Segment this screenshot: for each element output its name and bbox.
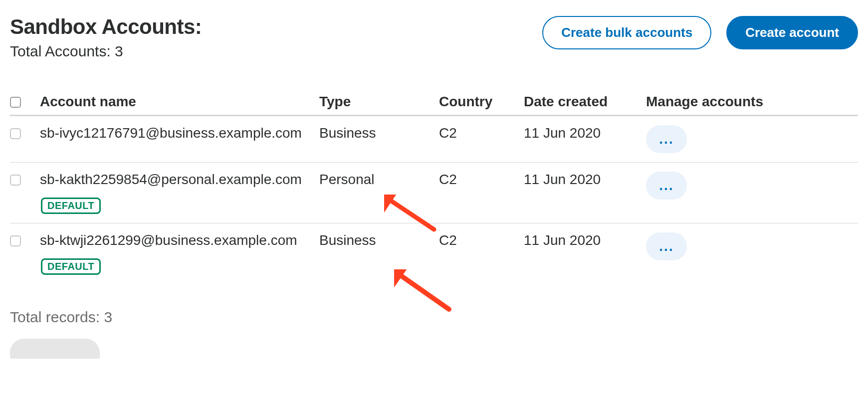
account-date-created: 11 Jun 2020: [524, 232, 646, 248]
header-actions: Create bulk accounts Create account: [542, 16, 858, 49]
page-title: Sandbox Accounts:: [10, 15, 202, 39]
col-manage-accounts: Manage accounts: [646, 94, 858, 110]
row-checkbox[interactable]: [10, 128, 21, 139]
account-country: C2: [439, 172, 524, 188]
create-account-button[interactable]: Create account: [726, 16, 858, 49]
total-accounts: Total Accounts: 3: [10, 43, 202, 60]
row-checkbox[interactable]: [10, 235, 21, 246]
account-type: Personal: [319, 172, 439, 188]
account-name: sb-ktwji2261299@business.example.com: [40, 232, 304, 248]
table-row: sb-ivyc12176791@business.example.com Bus…: [10, 116, 858, 163]
account-date-created: 11 Jun 2020: [524, 125, 646, 141]
account-type: Business: [319, 232, 439, 248]
col-account-name: Account name: [40, 94, 319, 110]
account-name: sb-kakth2259854@personal.example.com: [40, 172, 304, 188]
manage-account-button[interactable]: [646, 172, 687, 200]
account-date-created: 11 Jun 2020: [524, 172, 646, 188]
select-all-checkbox[interactable]: [10, 97, 21, 108]
col-type: Type: [319, 94, 439, 110]
create-bulk-accounts-button[interactable]: Create bulk accounts: [542, 16, 711, 49]
table-head: Account name Type Country Date created M…: [10, 94, 858, 116]
total-records: Total records: 3: [10, 309, 858, 326]
account-name: sb-ivyc12176791@business.example.com: [40, 125, 304, 141]
col-date-created: Date created: [524, 94, 646, 110]
default-badge: DEFAULT: [41, 198, 101, 214]
row-checkbox[interactable]: [10, 175, 21, 186]
default-badge: DEFAULT: [41, 258, 101, 275]
account-type: Business: [319, 125, 439, 141]
header-left: Sandbox Accounts: Total Accounts: 3: [10, 15, 202, 60]
manage-account-button[interactable]: [646, 232, 687, 260]
col-country: Country: [439, 94, 524, 110]
page: Sandbox Accounts: Total Accounts: 3 Crea…: [0, 0, 868, 359]
account-country: C2: [439, 232, 524, 248]
table-row: sb-kakth2259854@personal.example.com DEF…: [10, 163, 858, 223]
pagination-placeholder: [10, 339, 100, 359]
header: Sandbox Accounts: Total Accounts: 3 Crea…: [10, 15, 858, 60]
manage-account-button[interactable]: [646, 125, 687, 153]
accounts-table: Account name Type Country Date created M…: [10, 94, 858, 284]
account-country: C2: [439, 125, 524, 141]
table-row: sb-ktwji2261299@business.example.com DEF…: [10, 223, 858, 284]
